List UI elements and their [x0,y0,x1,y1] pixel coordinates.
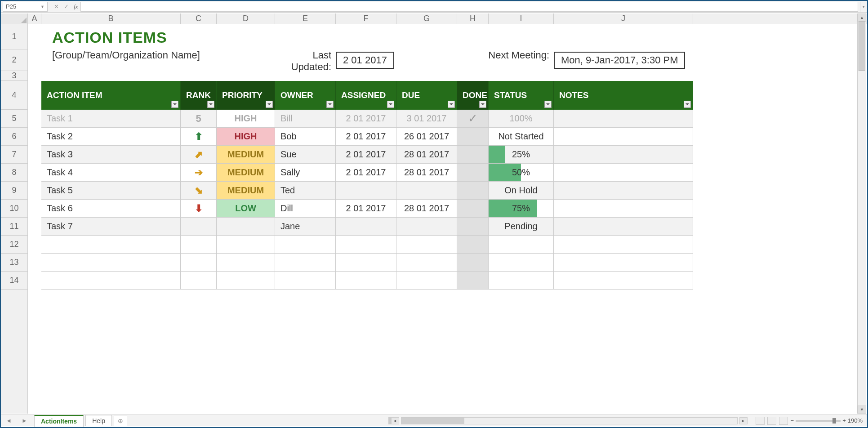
cell-empty[interactable] [181,236,217,254]
cell-priority[interactable]: MEDIUM [217,146,275,164]
cell-done[interactable]: ✓ [457,110,489,128]
zoom-control[interactable]: − + 190% [791,417,863,424]
zoom-value[interactable]: 190% [848,417,863,424]
cell-empty[interactable] [336,236,396,254]
filter-icon[interactable] [207,101,214,108]
add-sheet-button[interactable]: ⊕ [114,415,127,426]
view-break-icon[interactable] [779,417,788,425]
scroll-up-icon[interactable]: ▲ [858,13,866,22]
cell-empty[interactable] [275,272,336,290]
name-box[interactable]: P25 ▼ [3,2,48,12]
last-updated-value[interactable]: 2 01 2017 [336,52,394,69]
cell-empty[interactable] [336,272,396,290]
header-due[interactable]: DUE [396,81,457,110]
cell-empty[interactable] [489,236,554,254]
row-header-5[interactable]: 5 [1,110,27,128]
row-header-1[interactable]: 1 [1,24,27,49]
view-normal-icon[interactable] [756,417,765,425]
cell-status[interactable]: 50% [489,164,554,182]
cell-notes[interactable] [554,146,693,164]
cell-empty[interactable] [396,254,457,272]
column-header-E[interactable]: E [275,13,336,24]
filter-icon[interactable] [171,101,178,108]
cell-due[interactable]: 28 01 2017 [396,200,457,218]
cell-empty[interactable] [457,236,489,254]
cell-action-item[interactable]: Task 6 [41,200,181,218]
cell-owner[interactable]: Bob [275,128,336,146]
cell-status[interactable]: Pending [489,218,554,236]
cell-empty[interactable] [181,254,217,272]
cell-priority[interactable]: LOW [217,200,275,218]
cell-action-item[interactable]: Task 1 [41,110,181,128]
cell-rank[interactable] [181,218,217,236]
cell-notes[interactable] [554,182,693,200]
row-header-4[interactable]: 4 [1,81,27,110]
scroll-down-icon[interactable]: ▼ [858,406,866,414]
column-header-H[interactable]: H [457,13,489,24]
cell-rank[interactable]: 5 [181,110,217,128]
column-header-F[interactable]: F [336,13,396,24]
cell-status[interactable]: Not Started [489,128,554,146]
column-header-D[interactable]: D [217,13,275,24]
cell-empty[interactable] [457,272,489,290]
cell-status[interactable]: 25% [489,146,554,164]
row-header-13[interactable]: 13 [1,254,27,272]
cell-assigned[interactable] [336,218,396,236]
cell-done[interactable] [457,164,489,182]
cell-empty[interactable] [457,254,489,272]
filter-icon[interactable] [479,101,486,108]
column-header-G[interactable]: G [396,13,457,24]
header-done[interactable]: DONE [457,81,489,110]
expand-formula-icon[interactable]: ▾ [860,2,867,12]
zoom-out-icon[interactable]: − [791,417,794,424]
cells-area[interactable]: ACTION ITEMS[Group/Team/Organization Nam… [28,24,867,414]
prev-sheet-icon[interactable]: ◄ [1,417,17,424]
cell-done[interactable] [457,200,489,218]
row-header-10[interactable]: 10 [1,200,27,218]
cell-done[interactable] [457,182,489,200]
cell-assigned[interactable] [336,182,396,200]
cell-notes[interactable] [554,218,693,236]
cell-assigned[interactable]: 2 01 2017 [336,110,396,128]
cell-empty[interactable] [181,272,217,290]
cell-owner[interactable]: Bill [275,110,336,128]
cell-status[interactable]: 100% [489,110,554,128]
cell-notes[interactable] [554,200,693,218]
row-header-2[interactable]: 2 [1,49,27,71]
cell-action-item[interactable]: Task 4 [41,164,181,182]
filter-icon[interactable] [544,101,552,108]
horizontal-scrollbar[interactable]: ◄ ► [145,417,751,424]
cell-rank[interactable]: ⬇ [181,200,217,218]
header-assigned[interactable]: ASSIGNED [336,81,396,110]
cell-done[interactable] [457,146,489,164]
cell-empty[interactable] [41,236,181,254]
scroll-thumb[interactable] [859,22,865,71]
filter-icon[interactable] [684,101,691,108]
row-header-9[interactable]: 9 [1,182,27,200]
cell-empty[interactable] [41,254,181,272]
cell-notes[interactable] [554,164,693,182]
cell-done[interactable] [457,218,489,236]
cell-done[interactable] [457,128,489,146]
header-owner[interactable]: OWNER [275,81,336,110]
formula-input[interactable] [80,2,858,12]
header-rank[interactable]: RANK [181,81,217,110]
header-action_item[interactable]: ACTION ITEM [41,81,181,110]
cell-action-item[interactable]: Task 2 [41,128,181,146]
header-notes[interactable]: NOTES [554,81,693,110]
cell-owner[interactable]: Dill [275,200,336,218]
cell-assigned[interactable]: 2 01 2017 [336,128,396,146]
cell-owner[interactable]: Jane [275,218,336,236]
column-header-I[interactable]: I [489,13,554,24]
cell-owner[interactable]: Sue [275,146,336,164]
cell-empty[interactable] [217,254,275,272]
filter-icon[interactable] [266,101,273,108]
row-header-12[interactable]: 12 [1,236,27,254]
chevron-down-icon[interactable]: ▼ [40,4,45,9]
column-header-J[interactable]: J [554,13,693,24]
row-header-8[interactable]: 8 [1,164,27,182]
cell-rank[interactable]: ⬆ [181,128,217,146]
cell-due[interactable]: 3 01 2017 [396,110,457,128]
cell-due[interactable] [396,218,457,236]
row-header-6[interactable]: 6 [1,128,27,146]
